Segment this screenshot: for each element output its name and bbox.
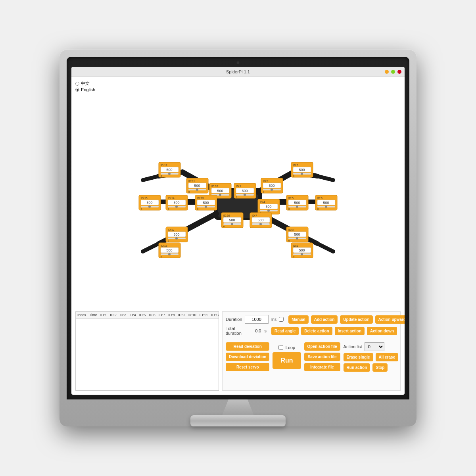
update-action-button[interactable]: Update action	[340, 315, 372, 324]
svg-point-89	[231, 223, 233, 225]
svg-point-40	[301, 173, 303, 175]
servo-18: ID:18 500 0	[159, 243, 180, 258]
servo-13: ID:13 500 0	[195, 195, 217, 210]
read-angle-button[interactable]: Read angle	[271, 327, 299, 335]
insert-action-button[interactable]: Insert action	[335, 327, 365, 335]
reset-servo-button[interactable]: Reset servo	[226, 363, 269, 371]
col-id3: ID:3	[118, 312, 128, 319]
lang-english-label: English	[81, 87, 95, 92]
servo-1: ID:1 500 0	[234, 183, 256, 198]
servo-8: ID:8 500 0	[286, 227, 308, 242]
action-upward-button[interactable]: Action upward	[375, 315, 405, 324]
col-id11: ID:11	[198, 312, 210, 319]
lang-english-row[interactable]: English	[75, 87, 401, 92]
svg-point-117	[168, 253, 171, 255]
svg-point-103	[175, 237, 178, 240]
run-action-button[interactable]: Run action	[344, 363, 370, 372]
svg-point-5	[168, 173, 171, 175]
add-action-button[interactable]: Add action	[311, 315, 338, 324]
svg-text:500: 500	[194, 184, 200, 188]
stop-button[interactable]: Stop	[372, 363, 388, 372]
col-time: Time	[88, 312, 99, 319]
erase-single-button[interactable]: Erase single	[344, 353, 373, 361]
svg-text:ID:7: ID:7	[252, 214, 257, 217]
col-id1: ID:1	[99, 312, 109, 319]
svg-point-96	[259, 223, 262, 225]
svg-text:500: 500	[269, 184, 274, 188]
col-index: Index	[76, 312, 88, 319]
save-action-file-button[interactable]: Save action file	[304, 353, 340, 361]
servo-12: ID:12 500 0	[159, 162, 180, 177]
svg-text:ID:9: ID:9	[293, 244, 298, 247]
svg-text:500: 500	[203, 201, 209, 205]
monitor-bezel: SpiderPi 1.1 中文 English	[67, 57, 409, 399]
action-list-select[interactable]: 0	[365, 342, 384, 351]
svg-point-110	[296, 237, 298, 240]
duration-checkbox[interactable]	[279, 317, 284, 322]
window-controls	[385, 70, 401, 74]
open-action-file-button[interactable]: Open action file	[304, 342, 340, 351]
svg-point-47	[148, 205, 151, 208]
control-panel: Duration ms Manual Add action Update act…	[222, 311, 401, 391]
servo-2: ID:2 500 0	[261, 178, 283, 193]
svg-text:ID:17: ID:17	[168, 228, 175, 231]
run-action-row: Run action Stop	[344, 363, 399, 372]
svg-text:500: 500	[173, 232, 179, 236]
run-button[interactable]: Run	[273, 352, 301, 369]
servo-17: ID:17 500 0	[166, 227, 188, 242]
manual-button[interactable]: Manual	[288, 315, 308, 324]
lang-chinese-row[interactable]: 中文	[75, 81, 401, 86]
svg-text:500: 500	[146, 201, 152, 205]
col-id9: ID:9	[177, 312, 186, 319]
svg-text:500: 500	[166, 248, 172, 252]
download-deviation-button[interactable]: Download deviation	[226, 353, 269, 361]
all-erase-button[interactable]: All erase	[376, 353, 399, 361]
duration-input[interactable]	[245, 315, 269, 324]
svg-text:ID:18: ID:18	[161, 244, 167, 247]
read-deviation-button[interactable]: Read deviation	[226, 342, 269, 351]
language-section: 中文 English	[75, 81, 401, 92]
servo-15: ID:15 500 0	[139, 195, 161, 210]
svg-text:ID:14: ID:14	[168, 197, 175, 200]
total-duration-row: Total duration 0.0 s Read angle Delete a…	[226, 326, 397, 336]
arm-fl-tip	[143, 176, 159, 180]
monitor-stand	[67, 399, 409, 426]
lang-chinese-radio[interactable]	[75, 82, 79, 86]
maximize-button[interactable]	[391, 70, 395, 74]
svg-text:ID:10: ID:10	[211, 185, 218, 188]
svg-point-12	[196, 188, 198, 191]
svg-text:500: 500	[323, 201, 329, 205]
col-id2: ID:2	[108, 312, 118, 319]
svg-text:ID:4: ID:4	[260, 201, 265, 203]
app-title: SpiderPi 1.1	[226, 69, 250, 74]
col-id4: ID:4	[128, 312, 138, 319]
robot-svg: ID:12 500 0 ID:11 500	[135, 140, 341, 263]
arm-rl-tip	[143, 244, 159, 251]
close-button[interactable]	[397, 70, 401, 74]
svg-text:500: 500	[299, 248, 305, 252]
svg-text:500: 500	[242, 189, 248, 193]
integrate-file-button[interactable]: Integrate file	[304, 363, 340, 371]
action-down-button[interactable]: Action down	[367, 327, 397, 335]
col-id10: ID:10	[186, 312, 198, 319]
svg-text:500: 500	[173, 201, 179, 205]
action-list-row: Action list 0	[344, 342, 399, 351]
svg-text:ID:2: ID:2	[263, 180, 268, 182]
arm-fr-tip	[317, 176, 333, 180]
delete-action-button[interactable]: Delete action	[301, 327, 332, 335]
svg-point-61	[205, 205, 207, 208]
loop-label: Loop	[286, 345, 295, 350]
col-id12: ID:12	[209, 312, 219, 319]
camera-dot	[237, 61, 239, 64]
servo-4: ID:4 500 0	[258, 199, 280, 214]
servo-3: ID:3 500 0	[291, 162, 313, 177]
app-content: 中文 English	[71, 77, 405, 395]
data-table: Index Time ID:1 ID:2 ID:3 ID:4 ID:5 ID:6…	[76, 312, 219, 319]
table-area[interactable]: Index Time ID:1 ID:2 ID:3 ID:4 ID:5 ID:6…	[75, 311, 219, 391]
minimize-button[interactable]	[385, 70, 389, 74]
loop-checkbox[interactable]	[278, 345, 283, 350]
svg-text:500: 500	[257, 218, 263, 222]
lang-english-radio[interactable]	[75, 88, 79, 92]
svg-text:ID:15: ID:15	[141, 197, 148, 200]
svg-text:ID:13: ID:13	[197, 197, 204, 200]
